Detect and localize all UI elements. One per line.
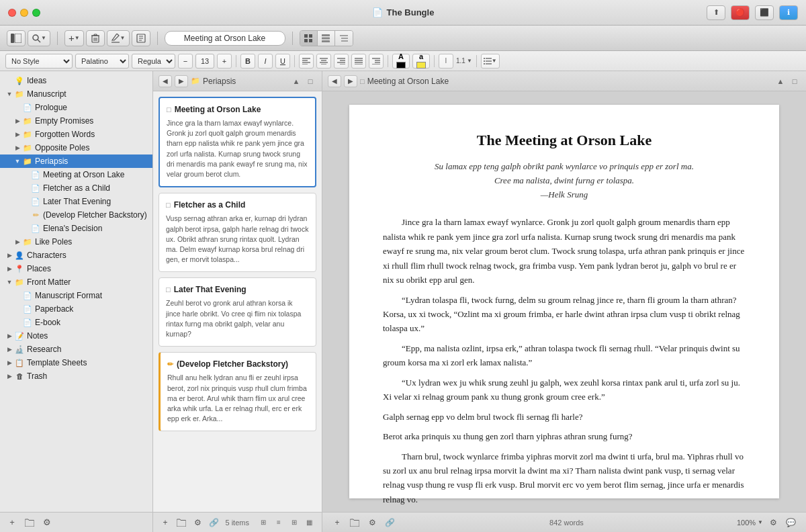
font-size-decrease[interactable]: − (178, 54, 193, 69)
sidebar-item-develop[interactable]: ✏ (Develop Fletcher Backstory) (0, 208, 152, 222)
editor-forward-button[interactable]: ▶ (344, 75, 357, 87)
index-card-develop[interactable]: ✏ (Develop Fletcher Backstory) Rhull anu… (159, 352, 316, 431)
index-add-button[interactable]: + (159, 516, 172, 529)
editor-expand-button[interactable]: □ (789, 75, 801, 87)
align-left-button[interactable] (299, 54, 314, 69)
minimize-button[interactable] (20, 9, 28, 17)
editor-footer-settings2-button[interactable]: ⚙ (767, 516, 780, 529)
editor-footer-link-button[interactable]: 🔗 (383, 516, 396, 529)
sidebar-item-later[interactable]: 📄 Later That Evening (0, 195, 152, 208)
editor-footer-settings-button[interactable]: ⚙ (365, 516, 379, 529)
index-view-list[interactable]: ≡ (272, 516, 285, 529)
editor-footer-add-button[interactable]: + (330, 516, 344, 529)
view-btn-outline[interactable] (335, 31, 353, 46)
font-size-input[interactable] (195, 54, 214, 69)
search-input[interactable] (165, 31, 285, 46)
sidebar-item-like-poles[interactable]: ▶ 📁 Like Poles (0, 235, 152, 249)
index-view-scrivenings[interactable]: ▦ (303, 516, 316, 529)
index-folder-button[interactable] (175, 516, 188, 529)
sidebar-item-manuscript-format[interactable]: 📄 Manuscript Format (0, 289, 152, 302)
sidebar-item-template-sheets[interactable]: ▶ 📋 Template Sheets (0, 356, 152, 369)
view-btn-list[interactable] (318, 31, 335, 46)
sidebar-item-elenas[interactable]: 📄 Elena's Decision (0, 222, 152, 235)
svg-point-2 (33, 35, 38, 40)
sidebar-item-front-matter[interactable]: ▼ 📁 Front Matter (0, 275, 152, 289)
sidebar-item-paperback[interactable]: 📄 Paperback (0, 302, 152, 316)
align-justify-button[interactable] (351, 54, 366, 69)
close-button[interactable] (8, 9, 16, 17)
bold-button[interactable]: B (240, 54, 255, 69)
index-forward-button[interactable]: ▶ (175, 75, 188, 87)
index-settings-button[interactable]: ⚙ (191, 516, 204, 529)
indent-button[interactable] (369, 54, 384, 69)
text-color-button[interactable]: A (392, 54, 410, 69)
sidebar-item-research[interactable]: ▶ 🔬 Research (0, 343, 152, 356)
editor-footer-comment-button[interactable]: 💬 (785, 516, 798, 529)
sidebar-item-ebook[interactable]: 📄 E-book (0, 316, 152, 329)
list-button[interactable]: ▼ (481, 54, 500, 69)
sidebar-item-opposite-poles[interactable]: ▶ 📁 Opposite Poles (0, 141, 152, 154)
sidebar-item-places[interactable]: ▶ 📍 Places (0, 262, 152, 275)
sidebar-item-ideas[interactable]: 💡 Ideas (0, 74, 152, 87)
index-card-meeting[interactable]: □ Meeting at Orson Lake Jince gra la tha… (159, 97, 316, 187)
edit-button[interactable] (132, 30, 150, 46)
view-btn-grid[interactable] (300, 31, 318, 46)
sidebar-item-forgotten-words[interactable]: ▶ 📁 Forgotten Words (0, 128, 152, 141)
epigraph-line1: Su lamax epp teng galph obrikt pank wynl… (383, 160, 746, 174)
manuscript-format-expand-arrow (13, 292, 21, 300)
font-size-increase[interactable]: + (217, 54, 232, 69)
later-icon: 📄 (31, 197, 40, 206)
sidebar-folder-button[interactable] (23, 516, 36, 529)
fletcher-expand-arrow (21, 184, 30, 192)
sidebar-view-button[interactable] (7, 30, 26, 46)
align-center-button[interactable] (316, 54, 331, 69)
index-view-grid[interactable]: ⊞ (257, 516, 270, 529)
sidebar-settings-button[interactable]: ⚙ (40, 516, 54, 529)
periapsis-expand-arrow: ▼ (13, 157, 21, 165)
sidebar-item-empty-promises[interactable]: ▶ 📁 Empty Promises (0, 114, 152, 128)
editor-scroll-area[interactable]: The Meeting at Orson Lake Su lamax epp t… (322, 91, 806, 512)
index-card-fletcher[interactable]: □ Fletcher as a Child Vusp sernag athran… (159, 193, 316, 272)
prologue-icon: 📄 (23, 103, 32, 112)
markup-button[interactable]: ▼ (107, 30, 130, 46)
editor-back-button[interactable]: ◀ (328, 75, 341, 87)
editor-footer-folder-button[interactable] (348, 516, 361, 529)
app-icon: 📄 (372, 7, 383, 17)
maximize-button[interactable] (32, 9, 40, 17)
sidebar-item-notes[interactable]: ▶ 📝 Notes (0, 329, 152, 343)
sidebar-item-manuscript[interactable]: ▼ 📁 Manuscript (0, 87, 152, 101)
zoom-control[interactable]: 100% ▼ (737, 519, 763, 527)
share-button[interactable]: ⬆ (707, 5, 725, 20)
index-card-later[interactable]: □ Later That Evening Zeuhl berot vo gron… (159, 277, 316, 347)
info-button[interactable]: ℹ (779, 5, 798, 20)
delete-button[interactable] (86, 30, 105, 46)
document-epigraph: Su lamax epp teng galph obrikt pank wynl… (383, 160, 746, 202)
search-button[interactable]: ▼ (28, 30, 50, 46)
editor-up-button[interactable]: ▲ (774, 75, 787, 87)
sidebar-add-button[interactable]: + (5, 516, 19, 529)
layout-button[interactable]: ⬛ (755, 5, 774, 20)
style-select[interactable]: No Style (5, 54, 73, 69)
italic-button[interactable]: I (258, 54, 273, 69)
sidebar-item-characters[interactable]: ▶ 👤 Characters (0, 249, 152, 262)
sidebar-item-meeting[interactable]: 📄 Meeting at Orson Lake (0, 168, 152, 181)
bookmark-button[interactable]: 🔴 (731, 5, 750, 20)
underline-button[interactable]: U (275, 54, 290, 69)
index-view-labels[interactable]: ⊞ (287, 516, 301, 529)
paperback-label: Paperback (35, 304, 147, 314)
index-link-button[interactable]: 🔗 (207, 516, 220, 529)
highlight-color-button[interactable]: a (412, 54, 430, 69)
add-button[interactable]: + ▼ (64, 30, 84, 46)
card-later-icon: □ (166, 285, 171, 294)
index-up-button[interactable]: ▲ (290, 75, 302, 87)
font-select[interactable]: Palatino (75, 54, 129, 69)
align-right-button[interactable] (334, 54, 349, 69)
index-collapse-button[interactable]: □ (304, 75, 316, 87)
sidebar-item-trash[interactable]: ▶ 🗑 Trash (0, 369, 152, 383)
sidebar-item-prologue[interactable]: 📄 Prologue (0, 101, 152, 114)
sidebar-item-fletcher[interactable]: 📄 Fletcher as a Child (0, 181, 152, 195)
sidebar-item-periapsis[interactable]: ▼ 📁 Periapsis (0, 154, 152, 168)
index-footer: + ⚙ 🔗 5 items ⊞ ≡ ⊞ ▦ (153, 512, 322, 532)
weight-select[interactable]: Regular (132, 54, 175, 69)
index-back-button[interactable]: ◀ (159, 75, 172, 87)
